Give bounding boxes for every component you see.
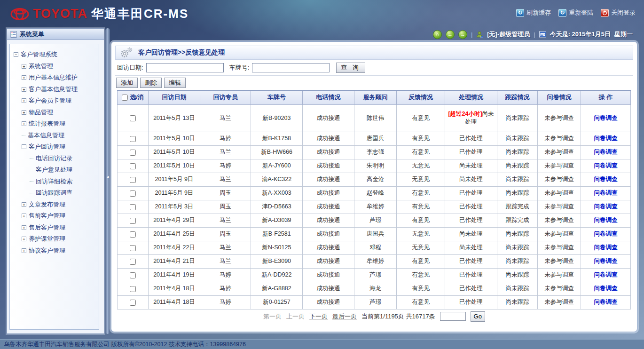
survey-link[interactable]: 问卷调查: [594, 244, 618, 251]
track-cell: 尚未跟踪: [497, 145, 538, 159]
sidebar-item[interactable]: +养护课堂管理: [12, 233, 97, 245]
tree-connector: [30, 170, 33, 170]
sidebar-item[interactable]: 客户意见处理: [12, 164, 97, 176]
expand-icon[interactable]: +: [22, 75, 26, 80]
delete-button[interactable]: 删除: [140, 78, 162, 88]
expand-icon[interactable]: +: [22, 248, 26, 253]
sidebar-item-label: 回访跟踪调查: [36, 189, 72, 197]
sidebar-item[interactable]: 电话回访记录: [12, 153, 97, 165]
sidebar-item[interactable]: +售前客户管理: [12, 210, 97, 222]
select-cell: [118, 227, 149, 241]
feedback-cell: 有意见: [397, 268, 445, 282]
power-icon: [601, 9, 609, 17]
expand-icon[interactable]: +: [22, 225, 26, 230]
sidebar-item-label: 统计报表管理: [29, 119, 65, 128]
track-cell: 跟踪完成: [497, 214, 538, 227]
track-cell: 尚未跟踪: [497, 173, 538, 186]
sidebar-item[interactable]: +客户会员卡管理: [12, 95, 97, 107]
row-checkbox[interactable]: [130, 136, 136, 142]
query-button[interactable]: 查 询: [336, 63, 365, 73]
survey-link[interactable]: 问卷调查: [594, 190, 618, 196]
survey-link[interactable]: 问卷调查: [594, 176, 618, 182]
collapse-icon[interactable]: −: [22, 144, 26, 149]
go-to-page-input[interactable]: [440, 312, 466, 321]
row-checkbox[interactable]: [130, 300, 136, 306]
select-all-checkbox[interactable]: [122, 95, 128, 101]
sidebar-item[interactable]: −客户回访管理: [12, 141, 97, 153]
edit-button[interactable]: 编辑: [164, 78, 186, 88]
agent-cell: 马兰: [200, 145, 251, 159]
track-cell: 尚未跟踪: [497, 227, 538, 241]
sidebar-item[interactable]: +售后客户管理: [12, 222, 97, 234]
survey-link[interactable]: 问卷调查: [594, 258, 618, 264]
collapse-sidebar-icon[interactable]: ◄: [106, 175, 110, 179]
sidebar-item[interactable]: +用户基本信息维护: [12, 72, 97, 84]
row-checkbox[interactable]: [130, 259, 136, 265]
survey-link[interactable]: 问卷调查: [594, 149, 618, 155]
expand-icon[interactable]: +: [22, 237, 26, 241]
survey-link[interactable]: 问卷调查: [594, 299, 618, 305]
visit-date-input[interactable]: [146, 63, 224, 72]
row-checkbox[interactable]: [130, 231, 136, 238]
next-page-link[interactable]: 下一页: [309, 312, 328, 321]
row-checkbox[interactable]: [130, 150, 136, 156]
visit-date-cell: 2011年5月 10日: [149, 145, 200, 159]
handle-cell: 已作处理: [445, 295, 497, 309]
row-checkbox[interactable]: [130, 272, 136, 278]
sidebar-splitter[interactable]: ◄: [105, 28, 110, 334]
row-checkbox[interactable]: [130, 204, 136, 210]
current-user-label: [无]-超级管理员: [487, 30, 530, 39]
sidebar-item[interactable]: +协议客户管理: [12, 245, 97, 257]
plate-number-input[interactable]: [252, 63, 330, 72]
expand-icon[interactable]: +: [22, 98, 26, 103]
sidebar-item[interactable]: +统计报表管理: [12, 118, 97, 130]
logout-button[interactable]: 关闭登录: [601, 8, 636, 17]
row-checkbox[interactable]: [130, 245, 136, 251]
expand-icon[interactable]: +: [22, 110, 26, 115]
row-checkbox[interactable]: [130, 115, 136, 121]
phone-cell: 成功接通: [303, 132, 354, 145]
survey-link[interactable]: 问卷调查: [594, 203, 618, 210]
table-row: 2011年4月 21日马兰新B-E3090成功接通牟维婷有意见已作处理尚未跟踪未…: [118, 254, 631, 268]
go-button[interactable]: Go: [471, 311, 485, 322]
sidebar-item[interactable]: +系统管理: [12, 61, 97, 72]
survey-link[interactable]: 问卷调查: [594, 230, 618, 237]
relogin-button[interactable]: ↻ 重新登陆: [558, 8, 593, 17]
refresh-cache-button[interactable]: ↻ 刷新缓存: [516, 8, 551, 17]
sidebar-item[interactable]: −客户管理系统: [12, 49, 97, 61]
row-checkbox[interactable]: [130, 163, 136, 169]
survey-link[interactable]: 问卷调查: [594, 135, 618, 142]
sidebar-item[interactable]: +客户基本信息管理: [12, 84, 97, 95]
survey-link[interactable]: 问卷调查: [594, 162, 618, 169]
back-button[interactable]: ←: [446, 30, 455, 39]
expand-icon[interactable]: +: [22, 87, 26, 92]
sidebar-item[interactable]: 回访详细检索: [12, 176, 97, 188]
row-checkbox[interactable]: [130, 177, 136, 183]
home-button[interactable]: ⌂: [433, 30, 442, 39]
survey-link[interactable]: 问卷调查: [594, 115, 618, 121]
collapse-icon[interactable]: −: [14, 52, 18, 57]
sidebar-item[interactable]: 基本信息管理: [12, 130, 97, 142]
last-page-link[interactable]: 最后一页: [332, 312, 357, 321]
expand-icon[interactable]: +: [22, 64, 26, 69]
expand-icon[interactable]: +: [22, 121, 26, 126]
track-cell: 尚未跟踪: [497, 159, 538, 173]
survey-link[interactable]: 问卷调查: [594, 271, 618, 278]
row-checkbox[interactable]: [130, 218, 136, 224]
feedback-cell: 无意见: [397, 159, 445, 173]
row-checkbox[interactable]: [130, 190, 136, 197]
expand-icon[interactable]: +: [22, 214, 26, 218]
brand-text: TOYOTA: [33, 7, 87, 21]
survey-link[interactable]: 问卷调查: [594, 285, 618, 292]
expand-icon[interactable]: +: [22, 202, 26, 207]
add-button[interactable]: 添加: [116, 78, 138, 88]
plate-cell: 新B-90203: [251, 104, 303, 132]
handle-cell: 已作处理: [445, 214, 497, 227]
forward-button[interactable]: →: [458, 30, 467, 39]
survey-link[interactable]: 问卷调查: [594, 217, 618, 223]
sidebar-item[interactable]: +物品管理: [12, 107, 97, 119]
sidebar-item[interactable]: +文章发布管理: [12, 199, 97, 211]
sidebar-item[interactable]: 回访跟踪调查: [12, 187, 97, 199]
row-checkbox[interactable]: [130, 286, 136, 292]
survey-cell: 未参与调查: [538, 186, 581, 200]
